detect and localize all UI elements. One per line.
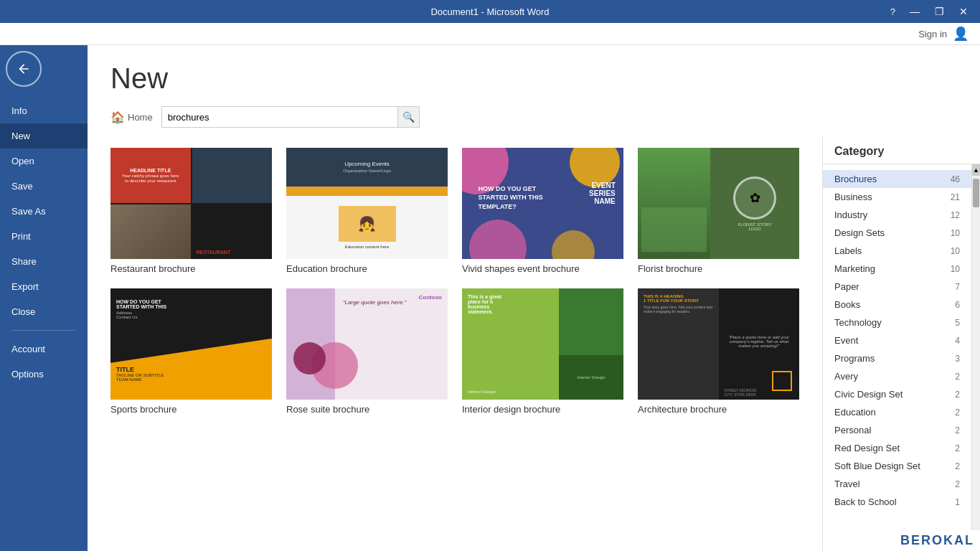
- sidebar-item-info[interactable]: Info: [0, 98, 88, 123]
- category-label-labels: Labels: [834, 245, 862, 256]
- sidebar-item-save-as[interactable]: Save As: [0, 199, 88, 224]
- category-item-travel[interactable]: Travel 2: [823, 475, 971, 493]
- category-item-design-sets[interactable]: Design Sets 10: [823, 224, 971, 242]
- category-item-labels[interactable]: Labels 10: [823, 242, 971, 260]
- category-item-civic[interactable]: Civic Design Set 2: [823, 385, 971, 403]
- sidebar-item-account[interactable]: Account: [0, 336, 88, 362]
- category-item-red-design[interactable]: Red Design Set 2: [823, 439, 971, 457]
- template-card-education[interactable]: Upcoming EventsOrganization Name/Logo 👧 …: [286, 148, 448, 274]
- scroll-up-button[interactable]: ▲: [972, 164, 981, 176]
- template-card-sports[interactable]: HOW DO YOU GETSTARTED WITH THIS AddressC…: [110, 288, 272, 415]
- category-label-personal: Personal: [834, 425, 871, 435]
- template-label-architecture: Architecture brochure: [638, 404, 799, 415]
- template-card-florist[interactable]: ✿ FLORIST STORYLOGO Florist brochure: [638, 148, 799, 274]
- template-label-florist: Florist brochure: [638, 263, 799, 274]
- category-label-back-to-school: Back to School: [834, 496, 897, 507]
- template-label-rose: Rose suite brochure: [286, 404, 448, 415]
- scroll-thumb[interactable]: [973, 179, 979, 207]
- category-label-design-sets: Design Sets: [834, 227, 885, 238]
- templates-grid-wrap: HEADLINE TITLEYour catchy phrase goes he…: [88, 136, 822, 551]
- sidebar: Info New Open Save Save As Print Share E…: [0, 45, 88, 551]
- template-thumb-florist[interactable]: ✿ FLORIST STORYLOGO: [638, 148, 799, 259]
- minimize-button[interactable]: —: [904, 3, 925, 20]
- back-button[interactable]: [6, 51, 42, 87]
- sidebar-item-print[interactable]: Print: [0, 224, 88, 249]
- help-button[interactable]: ?: [890, 6, 895, 17]
- category-count-paper: 7: [955, 282, 960, 292]
- sidebar-item-options[interactable]: Options: [0, 362, 88, 387]
- close-button[interactable]: ✕: [953, 3, 974, 20]
- template-thumb-architecture[interactable]: THIS IS A HEADING1 TITLE FOR YOUR STORY …: [638, 288, 799, 400]
- category-item-soft-blue[interactable]: Soft Blue Design Set 2: [823, 457, 971, 475]
- category-count-soft-blue: 2: [955, 461, 960, 471]
- category-count-technology: 5: [955, 318, 960, 328]
- category-item-industry[interactable]: Industry 12: [823, 206, 971, 224]
- category-item-marketing[interactable]: Marketing 10: [823, 260, 971, 278]
- templates-area: HEADLINE TITLEYour catchy phrase goes he…: [88, 136, 980, 551]
- category-label-travel: Travel: [834, 479, 860, 489]
- category-label-avery: Avery: [834, 371, 858, 382]
- category-count-back-to-school: 1: [955, 497, 960, 507]
- category-count-avery: 2: [955, 372, 960, 382]
- sidebar-item-close[interactable]: Close: [0, 299, 88, 324]
- category-label-education: Education: [834, 407, 876, 418]
- person-icon: 👤: [953, 26, 969, 42]
- category-item-books[interactable]: Books 6: [823, 296, 971, 314]
- watermark: BEROKAL: [895, 530, 980, 551]
- category-label-event: Event: [834, 335, 858, 346]
- category-label-paper: Paper: [834, 281, 859, 292]
- category-item-business[interactable]: Business 21: [823, 188, 971, 206]
- category-label-marketing: Marketing: [834, 263, 875, 274]
- category-count-brochures: 46: [951, 174, 960, 184]
- sidebar-nav: Info New Open Save Save As Print Share E…: [0, 98, 88, 387]
- category-count-labels: 10: [951, 246, 960, 256]
- template-thumb-interior[interactable]: This is a greatplace for abusinessstatem…: [462, 288, 623, 400]
- template-thumb-restaurant[interactable]: HEADLINE TITLEYour catchy phrase goes he…: [110, 148, 272, 259]
- sidebar-item-share[interactable]: Share: [0, 249, 88, 274]
- search-button[interactable]: 🔍: [397, 107, 419, 127]
- search-input[interactable]: [162, 107, 397, 127]
- maximize-button[interactable]: ❐: [928, 3, 950, 20]
- category-item-technology[interactable]: Technology 5: [823, 314, 971, 331]
- category-count-personal: 2: [955, 425, 960, 435]
- category-item-back-to-school[interactable]: Back to School 1: [823, 493, 971, 511]
- category-scrollbar[interactable]: ▲ ▼: [971, 164, 980, 551]
- template-thumb-rose[interactable]: "Large quote goes here." Contoso: [286, 288, 448, 400]
- template-card-rose[interactable]: "Large quote goes here." Contoso Rose su…: [286, 288, 448, 415]
- template-card-interior[interactable]: This is a greatplace for abusinessstatem…: [462, 288, 623, 415]
- category-count-education: 2: [955, 408, 960, 418]
- category-item-paper[interactable]: Paper 7: [823, 278, 971, 296]
- category-item-programs[interactable]: Programs 3: [823, 349, 971, 367]
- category-label-industry: Industry: [834, 209, 867, 220]
- category-label-business: Business: [834, 192, 872, 202]
- template-thumb-sports[interactable]: HOW DO YOU GETSTARTED WITH THIS AddressC…: [110, 288, 272, 400]
- category-label-civic: Civic Design Set: [834, 389, 903, 400]
- category-item-education[interactable]: Education 2: [823, 403, 971, 421]
- category-item-personal[interactable]: Personal 2: [823, 421, 971, 439]
- sidebar-item-save[interactable]: Save: [0, 174, 88, 199]
- category-label-programs: Programs: [834, 353, 875, 364]
- template-thumb-vivid[interactable]: HOW DO YOU GETSTARTED WITH THISTEMPLATE?…: [462, 148, 623, 259]
- home-button[interactable]: 🏠 Home: [110, 110, 153, 124]
- main-header: New 🏠 Home 🔍: [88, 45, 980, 136]
- category-label-books: Books: [834, 299, 860, 310]
- signin-button[interactable]: Sign in: [918, 29, 947, 39]
- page-title: New: [110, 62, 957, 95]
- home-icon: 🏠: [110, 110, 125, 124]
- template-card-restaurant[interactable]: HEADLINE TITLEYour catchy phrase goes he…: [110, 148, 272, 274]
- category-item-brochures[interactable]: Brochures 46: [823, 170, 971, 188]
- sidebar-divider: [11, 330, 76, 331]
- sidebar-item-open[interactable]: Open: [0, 149, 88, 174]
- sidebar-item-new[interactable]: New: [0, 123, 88, 149]
- category-item-avery[interactable]: Avery 2: [823, 367, 971, 385]
- sidebar-item-export[interactable]: Export: [0, 274, 88, 299]
- category-count-programs: 3: [955, 354, 960, 364]
- template-label-vivid: Vivid shapes event brochure: [462, 263, 623, 274]
- category-count-event: 4: [955, 336, 960, 346]
- category-header: Category: [823, 136, 980, 164]
- template-thumb-education[interactable]: Upcoming EventsOrganization Name/Logo 👧 …: [286, 148, 448, 259]
- templates-grid: HEADLINE TITLEYour catchy phrase goes he…: [110, 148, 799, 415]
- category-item-event[interactable]: Event 4: [823, 331, 971, 349]
- template-card-vivid[interactable]: HOW DO YOU GETSTARTED WITH THISTEMPLATE?…: [462, 148, 623, 274]
- template-card-architecture[interactable]: THIS IS A HEADING1 TITLE FOR YOUR STORY …: [638, 288, 799, 415]
